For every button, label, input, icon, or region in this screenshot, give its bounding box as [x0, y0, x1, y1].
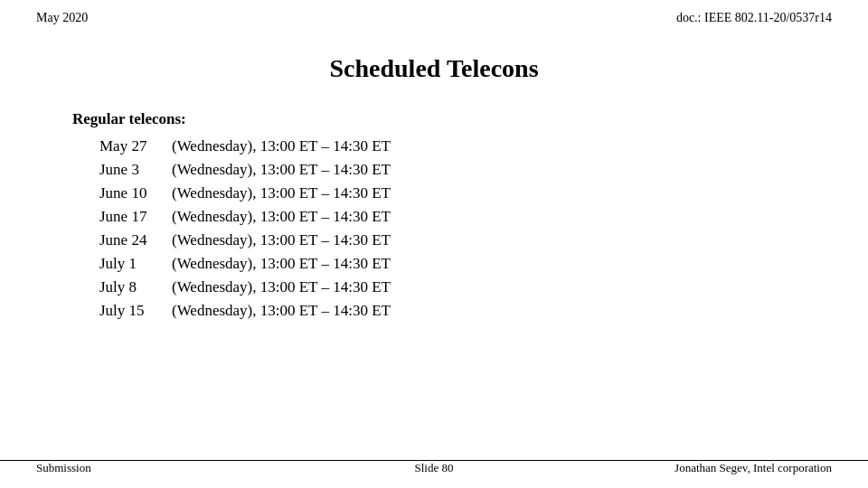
list-item: July 15(Wednesday), 13:00 ET – 14:30 ET [99, 302, 868, 320]
telecon-detail: (Wednesday), 13:00 ET – 14:30 ET [172, 184, 391, 202]
header-doc-id: doc.: IEEE 802.11-20/0537r14 [676, 11, 832, 25]
footer-submission: Submission [36, 461, 301, 475]
telecon-date: June 10 [99, 184, 172, 202]
telecon-date: July 8 [99, 278, 172, 296]
telecon-date: July 1 [99, 255, 172, 273]
list-item: May 27(Wednesday), 13:00 ET – 14:30 ET [99, 137, 868, 155]
telecon-date: May 27 [99, 137, 172, 155]
footer: Submission Slide 80 Jonathan Segev, Inte… [0, 460, 868, 475]
footer-author: Jonathan Segev, Intel corporation [567, 461, 832, 475]
list-item: June 3 (Wednesday), 13:00 ET – 14:30 ET [99, 161, 868, 179]
telecon-date: June 24 [99, 231, 172, 249]
list-item: June 10(Wednesday), 13:00 ET – 14:30 ET [99, 184, 868, 202]
list-item: June 24(Wednesday), 13:00 ET – 14:30 ET [99, 231, 868, 249]
list-item: July 8(Wednesday), 13:00 ET – 14:30 ET [99, 278, 868, 296]
list-item: June 17(Wednesday), 13:00 ET – 14:30 ET [99, 208, 868, 226]
header-date: May 2020 [36, 11, 88, 25]
telecon-detail: (Wednesday), 13:00 ET – 14:30 ET [172, 137, 391, 155]
telecon-date: June 3 [99, 161, 172, 179]
footer-slide: Slide 80 [301, 461, 566, 475]
section-label: Regular telecons: [72, 110, 868, 128]
telecon-date: July 15 [99, 302, 172, 320]
telecon-date: June 17 [99, 208, 172, 226]
page-title: Scheduled Telecons [0, 45, 868, 83]
telecon-detail: (Wednesday), 13:00 ET – 14:30 ET [172, 208, 391, 226]
telecon-detail: (Wednesday), 13:00 ET – 14:30 ET [172, 161, 391, 179]
telecon-detail: (Wednesday), 13:00 ET – 14:30 ET [172, 302, 391, 320]
telecon-detail: (Wednesday), 13:00 ET – 14:30 ET [172, 231, 391, 249]
telecon-detail: (Wednesday), 13:00 ET – 14:30 ET [172, 255, 391, 273]
list-item: July 1(Wednesday), 13:00 ET – 14:30 ET [99, 255, 868, 273]
telecon-detail: (Wednesday), 13:00 ET – 14:30 ET [172, 278, 391, 296]
telecon-list: May 27(Wednesday), 13:00 ET – 14:30 ETJu… [72, 137, 868, 320]
